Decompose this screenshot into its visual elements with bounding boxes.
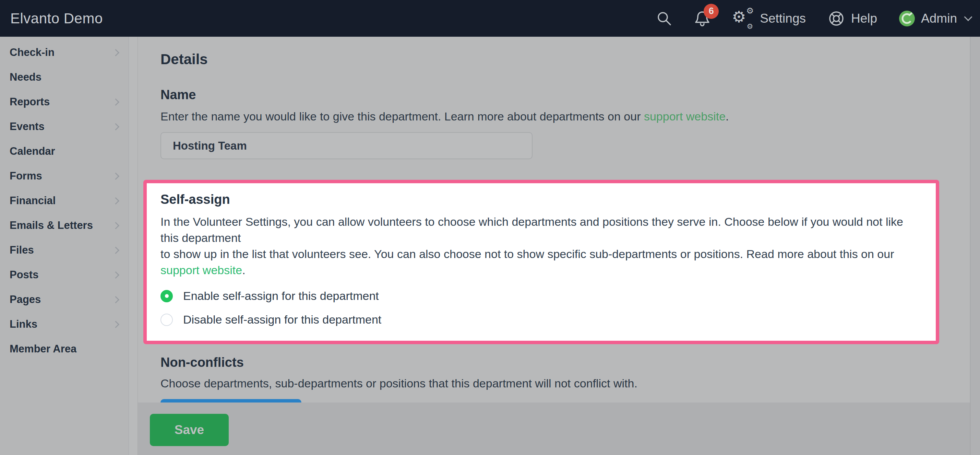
self-assign-desc-period: . [242,263,245,276]
sidebar-item-files[interactable]: Files [0,238,129,262]
support-website-link-2[interactable]: support website [161,263,242,276]
avatar [899,11,915,26]
notifications-button[interactable]: 6 [694,10,711,27]
sidebar-item-label: Posts [10,269,38,281]
self-assign-desc-line1: In the Volunteer Settings, you can allow… [161,214,912,246]
sidebar-item-reports[interactable]: Reports [0,89,129,114]
chevron-right-icon [112,123,119,130]
chevron-right-icon [112,49,119,56]
non-conflicts-description: Choose departments, sub-departments or p… [161,375,939,391]
user-label: Admin [921,11,957,26]
search-icon [656,11,672,26]
disable-self-assign-label: Disable self-assign for this department [183,313,381,326]
name-desc-period: . [725,110,729,123]
main-scrollbar[interactable] [970,37,980,455]
form-footer: Save [138,402,970,446]
non-conflicts-section: Non-conflicts Choose departments, sub-de… [161,355,939,402]
sidebar-item-emails-letters[interactable]: Emails & Letters [0,213,129,238]
chevron-right-icon [112,321,119,328]
radio-enable-self-assign[interactable] [161,290,173,302]
self-assign-title: Self-assign [161,192,912,207]
help-button[interactable]: Help [828,10,877,27]
chevron-right-icon [112,98,119,105]
sidebar-item-label: Links [10,318,37,330]
gear-icon: ⚙⚙⚙ [732,9,754,29]
user-menu[interactable]: Admin [899,11,971,26]
details-panel: Details Name Enter the name you would li… [138,37,970,402]
self-assign-description: In the Volunteer Settings, you can allow… [161,214,912,278]
sidebar-item-label: Check-in [10,46,54,59]
chevron-down-icon [964,13,972,21]
sidebar-item-label: Calendar [10,145,55,158]
disable-self-assign-option[interactable]: Disable self-assign for this department [161,313,912,326]
sidebar-item-financial[interactable]: Financial [0,188,129,213]
search-button[interactable] [656,11,672,26]
help-lifering-icon [828,10,845,27]
sidebar-item-member-area[interactable]: Member Area [0,337,129,361]
enable-self-assign-label: Enable self-assign for this department [183,289,379,303]
sidebar-scrollbar[interactable] [129,37,138,455]
sidebar-item-links[interactable]: Links [0,312,129,337]
self-assign-highlight-card: Self-assign In the Volunteer Settings, y… [143,180,939,344]
sidebar-item-label: Pages [10,294,41,306]
non-conflicts-title: Non-conflicts [161,355,939,370]
chevron-right-icon [112,271,119,278]
settings-button[interactable]: ⚙⚙⚙ Settings [732,9,806,29]
radio-disable-self-assign[interactable] [161,314,173,326]
enable-self-assign-option[interactable]: Enable self-assign for this department [161,289,912,303]
sidebar-item-label: Files [10,244,34,256]
edit-non-conflicts-button[interactable]: Edit Non-conflicts [161,399,301,402]
name-desc-text: Enter the name you would like to give th… [161,110,644,123]
name-section-title: Name [161,88,939,102]
topbar: Elvanto Demo 6 ⚙⚙⚙ Settings [0,0,980,37]
app-brand: Elvanto Demo [10,10,103,27]
sidebar-item-label: Reports [10,96,50,108]
self-assign-desc-line2: to show up in the list that volunteers s… [161,246,912,278]
support-website-link[interactable]: support website [644,110,725,123]
page-title: Details [161,51,939,68]
sidebar: Check-inNeedsReportsEventsCalendarFormsF… [0,37,129,455]
sidebar-item-label: Forms [10,170,42,182]
chevron-right-icon [112,296,119,303]
chevron-right-icon [112,197,119,204]
sidebar-item-check-in[interactable]: Check-in [0,40,129,65]
chevron-right-icon [112,172,119,179]
sidebar-item-label: Needs [10,71,41,83]
self-assign-desc-text: to show up in the list that volunteers s… [161,247,894,260]
sidebar-item-events[interactable]: Events [0,114,129,139]
main-area: Details Name Enter the name you would li… [138,37,980,455]
sidebar-item-needs[interactable]: Needs [0,65,129,89]
chevron-right-icon [112,222,119,229]
notification-badge: 6 [704,4,719,19]
sidebar-item-pages[interactable]: Pages [0,287,129,312]
topbar-nav: 6 ⚙⚙⚙ Settings Help [656,9,971,29]
sidebar-item-label: Events [10,120,45,133]
help-label: Help [851,11,877,26]
sidebar-item-posts[interactable]: Posts [0,262,129,287]
settings-label: Settings [760,11,806,26]
department-name-input[interactable] [161,132,533,159]
sidebar-item-label: Financial [10,195,56,207]
name-section: Name Enter the name you would like to gi… [161,88,939,159]
app-body: Check-inNeedsReportsEventsCalendarFormsF… [0,37,980,455]
sidebar-item-label: Member Area [10,343,76,355]
name-section-description: Enter the name you would like to give th… [161,109,939,125]
main-content: Details Name Enter the name you would li… [138,37,970,455]
save-button[interactable]: Save [150,414,229,446]
sidebar-item-forms[interactable]: Forms [0,164,129,188]
sidebar-item-calendar[interactable]: Calendar [0,139,129,164]
sidebar-item-label: Emails & Letters [10,219,93,231]
chevron-right-icon [112,246,119,254]
